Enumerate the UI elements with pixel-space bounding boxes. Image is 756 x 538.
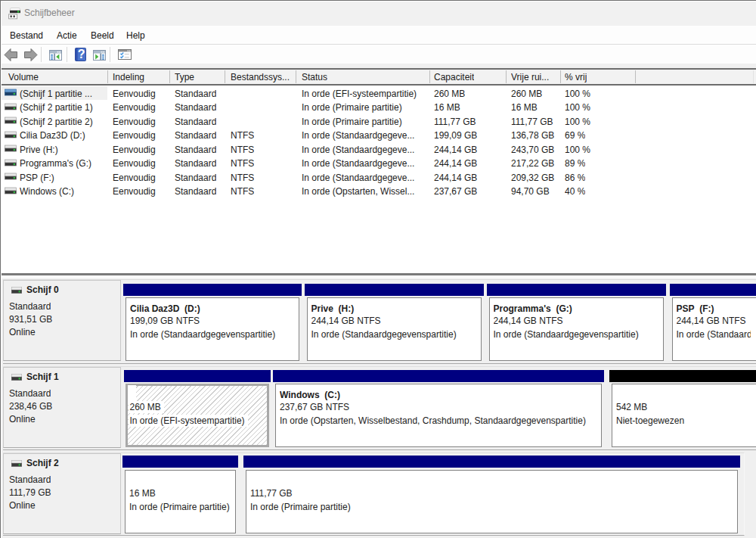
svg-text:?: ? [78,48,85,61]
